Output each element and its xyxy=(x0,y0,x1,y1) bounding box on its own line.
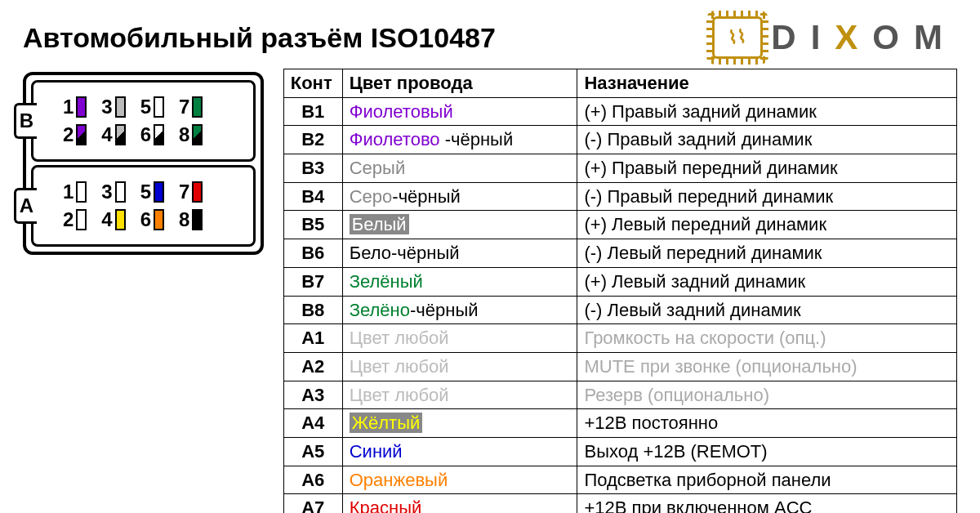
connector-pin: 8 xyxy=(179,208,203,231)
cell-color: Белый xyxy=(342,211,577,239)
page-title: Автомобильный разъём ISO10487 xyxy=(23,22,496,54)
cell-func: (-) Левый передний динамик xyxy=(577,239,957,268)
cell-func: Громкость на скорости (опц.) xyxy=(577,324,957,353)
table-row: B8Зелёно-чёрный(-) Левый задний динамик xyxy=(283,296,956,324)
cell-func: Выход +12В (REMOT) xyxy=(577,437,957,466)
cell-func: (-) Правый задний динамик xyxy=(577,126,957,154)
cell-color: Цвет любой xyxy=(342,381,577,409)
cell-pin: B5 xyxy=(283,211,342,239)
connector-block-a: A 13572468 xyxy=(31,165,256,247)
table-row: A5СинийВыход +12В (REMOT) xyxy=(283,437,956,466)
cell-pin: A2 xyxy=(283,352,342,381)
connector-pin: 5 xyxy=(140,96,164,118)
table-row: B7Зелёный(+) Левый задний динамик xyxy=(283,267,956,296)
cell-func: Подсветка приборной панели xyxy=(577,466,957,494)
connector-block-b: B 13572468 xyxy=(31,80,256,162)
cell-pin: B2 xyxy=(283,126,342,154)
cell-pin: B7 xyxy=(283,267,342,296)
cell-func: MUTE при звонке (опционально) xyxy=(577,352,957,381)
brand-text: DIXOM xyxy=(771,18,957,57)
table-row: B5Белый(+) Левый передний динамик xyxy=(283,211,956,239)
cell-color: Серо-чёрный xyxy=(342,182,577,211)
col-color: Цвет провода xyxy=(342,69,577,98)
connector-pin: 1 xyxy=(63,181,87,203)
connector-pin: 6 xyxy=(140,123,164,146)
cell-func: (-) Левый задний динамик xyxy=(577,296,957,324)
table-row: A2Цвет любойMUTE при звонке (опционально… xyxy=(283,352,956,381)
chip-icon: ⌇⌇ xyxy=(712,16,763,59)
cell-color: Цвет любой xyxy=(342,324,577,353)
cell-pin: A3 xyxy=(283,381,342,409)
brand-logo: ⌇⌇ DIXOM xyxy=(712,16,957,59)
connector-pin: 5 xyxy=(140,181,164,203)
table-row: B4Серо-чёрный(-) Правый передний динамик xyxy=(283,182,956,211)
connector-pin: 4 xyxy=(101,208,125,231)
cell-color: Синий xyxy=(342,437,577,466)
cell-color: Зелёный xyxy=(342,267,577,296)
connector-pin: 2 xyxy=(63,208,87,231)
col-pin: Конт xyxy=(283,69,342,98)
table-row: A3Цвет любойРезерв (опционально) xyxy=(283,381,956,409)
cell-color: Серый xyxy=(342,154,577,183)
connector-pin: 8 xyxy=(179,123,203,146)
cell-color: Жёлтый xyxy=(342,409,577,438)
cell-color: Оранжевый xyxy=(342,466,577,494)
connector-pin: 2 xyxy=(63,123,87,146)
cell-func: (+) Левый передний динамик xyxy=(577,211,957,239)
cell-pin: A5 xyxy=(283,437,342,466)
cell-color: Фиолетовый xyxy=(342,97,577,126)
cell-func: (+) Левый задний динамик xyxy=(577,267,957,296)
table-row: A7Красный+12В при включенном ACC xyxy=(283,494,956,513)
cell-func: +12В постоянно xyxy=(577,409,957,438)
connector-diagram: B 13572468 A 13572468 xyxy=(23,69,264,255)
table-row: B3Серый(+) Правый передний динамик xyxy=(283,154,956,183)
pinout-table: Конт Цвет провода Назначение B1Фиолетовы… xyxy=(283,69,957,513)
cell-func: +12В при включенном ACC xyxy=(577,494,957,513)
cell-func: (+) Правый задний динамик xyxy=(577,97,957,126)
connector-pin: 6 xyxy=(140,208,164,231)
col-func: Назначение xyxy=(577,69,957,98)
cell-pin: A4 xyxy=(283,409,342,438)
cell-func: Резерв (опционально) xyxy=(577,381,957,409)
cell-func: (+) Правый передний динамик xyxy=(577,154,957,183)
cell-pin: B1 xyxy=(283,97,342,126)
cell-color: Фиолетово -чёрный xyxy=(342,126,577,154)
cell-color: Цвет любой xyxy=(342,352,577,381)
cell-color: Красный xyxy=(342,494,577,513)
cell-pin: A1 xyxy=(283,324,342,353)
connector-pin: 1 xyxy=(63,96,87,118)
cell-pin: A6 xyxy=(283,466,342,494)
connector-pin: 3 xyxy=(101,181,125,203)
table-row: A4Жёлтый+12В постоянно xyxy=(283,409,956,438)
table-row: B6Бело-чёрный(-) Левый передний динамик xyxy=(283,239,956,268)
table-row: A1Цвет любойГромкость на скорости (опц.) xyxy=(283,324,956,353)
connector-pin: 7 xyxy=(179,96,203,118)
table-row: B1Фиолетовый(+) Правый задний динамик xyxy=(283,97,956,126)
cell-color: Зелёно-чёрный xyxy=(342,296,577,324)
connector-pin: 3 xyxy=(101,96,125,118)
connector-pin: 7 xyxy=(179,181,203,203)
cell-pin: B8 xyxy=(283,296,342,324)
cell-func: (-) Правый передний динамик xyxy=(577,182,957,211)
cell-pin: B4 xyxy=(283,182,342,211)
connector-pin: 4 xyxy=(101,123,125,146)
cell-pin: B3 xyxy=(283,154,342,183)
cell-pin: B6 xyxy=(283,239,342,268)
table-row: A6ОранжевыйПодсветка приборной панели xyxy=(283,466,956,494)
cell-color: Бело-чёрный xyxy=(342,239,577,268)
table-row: B2Фиолетово -чёрный(-) Правый задний дин… xyxy=(283,126,956,154)
cell-pin: A7 xyxy=(283,494,342,513)
